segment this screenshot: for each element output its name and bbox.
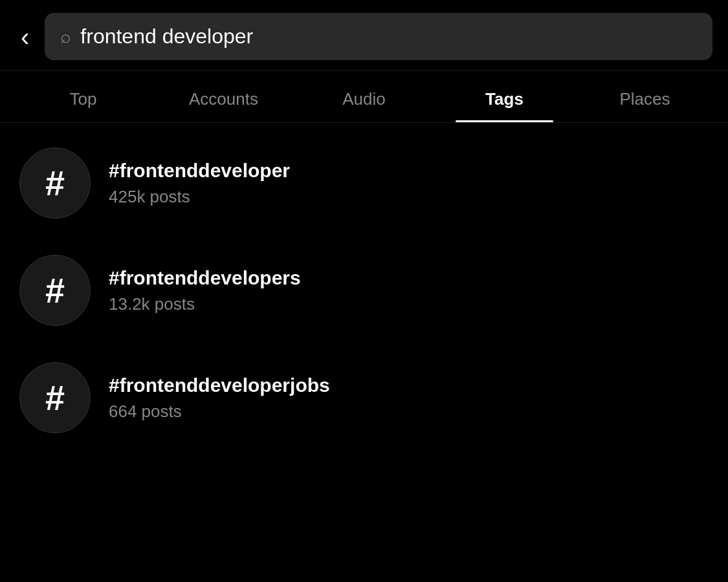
hash-icon: # [45,166,65,200]
tag-posts: 425k posts [109,187,290,207]
tags-list: # #frontenddeveloper 425k posts # #front… [0,123,728,458]
tag-icon-circle: # [19,147,91,219]
tag-icon-circle: # [19,362,91,433]
hash-icon: # [45,380,65,415]
list-item[interactable]: # #frontenddeveloper 425k posts [0,129,728,237]
tab-accounts[interactable]: Accounts [153,71,294,122]
tag-posts: 664 posts [109,402,330,422]
tag-posts: 13.2k posts [109,294,301,314]
tab-audio[interactable]: Audio [294,71,434,122]
tab-tags[interactable]: Tags [434,71,575,122]
search-bar[interactable]: ⌕ frontend developer [45,13,712,60]
tag-info: #frontenddevelopers 13.2k posts [109,267,301,314]
tag-info: #frontenddeveloperjobs 664 posts [109,374,330,422]
tag-name: #frontenddevelopers [109,267,301,289]
tab-top[interactable]: Top [13,71,153,122]
tab-places[interactable]: Places [575,71,715,122]
tabs-container: Top Accounts Audio Tags Places [0,71,728,123]
list-item[interactable]: # #frontenddevelopers 13.2k posts [0,237,728,344]
back-button[interactable]: ‹ [16,21,34,52]
list-item[interactable]: # #frontenddeveloperjobs 664 posts [0,344,728,451]
header: ‹ ⌕ frontend developer [0,0,728,71]
tag-icon-circle: # [19,255,91,326]
tag-name: #frontenddeveloper [109,160,290,182]
tag-info: #frontenddeveloper 425k posts [109,160,290,207]
search-icon: ⌕ [60,27,71,47]
search-query: frontend developer [80,25,253,48]
tag-name: #frontenddeveloperjobs [109,374,330,396]
hash-icon: # [45,273,65,308]
